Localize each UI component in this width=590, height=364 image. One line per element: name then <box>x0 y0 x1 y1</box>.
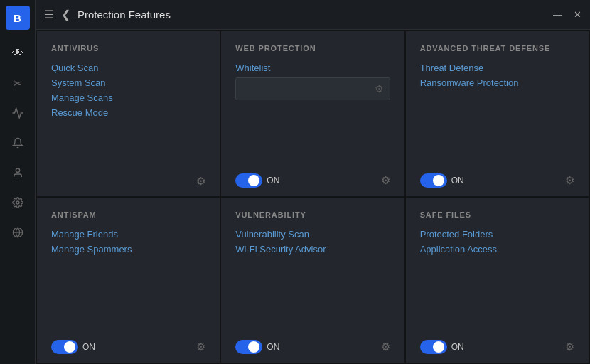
menu-icon[interactable]: ☰ <box>44 8 54 21</box>
antispam-toggle-label: ON <box>82 342 95 352</box>
page-title: Protection Features <box>77 9 553 21</box>
sidebar-icon-globe[interactable] <box>6 220 30 245</box>
titlebar: ☰ ❮ Protection Features — ✕ <box>36 0 590 30</box>
card-antivirus-links: Quick Scan System Scan Manage Scans Resc… <box>51 63 205 161</box>
link-manage-spammers[interactable]: Manage Spammers <box>51 244 205 255</box>
web-protection-toggle-label: ON <box>267 176 279 186</box>
link-manage-friends[interactable]: Manage Friends <box>51 229 205 240</box>
web-protection-toggle-container: ON <box>235 173 279 188</box>
card-vulnerability: VULNERABILITY Vulnerability Scan Wi-Fi S… <box>221 198 404 363</box>
minimize-button[interactable]: — <box>553 9 562 20</box>
safe-files-settings-icon[interactable]: ⚙ <box>565 341 574 353</box>
card-antispam: ANTISPAM Manage Friends Manage Spammers … <box>37 198 220 363</box>
svg-point-1 <box>16 201 19 204</box>
card-advanced-threat: ADVANCED THREAT DEFENSE Threat Defense R… <box>406 31 589 196</box>
svg-point-0 <box>16 168 19 172</box>
sidebar-icon-user[interactable] <box>6 161 30 185</box>
link-whitelist[interactable]: Whitelist <box>235 63 390 73</box>
card-advanced-threat-title: ADVANCED THREAT DEFENSE <box>420 44 574 53</box>
antispam-toggle-container: ON <box>51 340 95 354</box>
sidebar-icon-eye[interactable]: 👁 <box>6 41 30 65</box>
sidebar-icon-tools[interactable]: ✂ <box>6 71 30 95</box>
link-rescue-mode[interactable]: Rescue Mode <box>51 107 205 118</box>
sidebar-logo[interactable]: B <box>6 6 30 30</box>
main-panel: ☰ ❮ Protection Features — ✕ ANTIVIRUS Qu… <box>36 0 590 364</box>
card-web-protection: WEB PROTECTION Whitelist ⚙ ON ⚙ <box>221 31 404 196</box>
close-button[interactable]: ✕ <box>574 9 581 20</box>
antivirus-settings-icon[interactable]: ⚙ <box>196 175 205 188</box>
card-safe-files-links: Protected Folders Application Access <box>420 229 574 326</box>
sidebar-icon-settings[interactable] <box>6 191 30 215</box>
vulnerability-toggle-label: ON <box>267 342 279 352</box>
sidebar-icon-bell[interactable] <box>6 131 30 155</box>
card-web-protection-footer: ON ⚙ <box>235 168 390 188</box>
card-safe-files-title: SAFE FILES <box>420 210 574 219</box>
card-antivirus-footer: ⚙ <box>51 169 205 188</box>
antispam-toggle[interactable] <box>51 340 78 354</box>
web-protection-toggle[interactable] <box>235 173 262 188</box>
whitelist-input-gear-icon: ⚙ <box>375 83 384 95</box>
card-safe-files-footer: ON ⚙ <box>420 334 574 354</box>
advanced-threat-settings-icon[interactable]: ⚙ <box>565 174 574 187</box>
card-web-protection-title: WEB PROTECTION <box>235 44 390 53</box>
sidebar-icon-stats[interactable] <box>6 101 30 125</box>
card-vulnerability-title: VULNERABILITY <box>235 210 390 219</box>
link-vulnerability-scan[interactable]: Vulnerability Scan <box>235 229 390 240</box>
card-advanced-threat-links: Threat Defense Ransomware Protection <box>420 63 574 159</box>
sidebar: B 👁 ✂ <box>0 0 36 364</box>
link-threat-defense[interactable]: Threat Defense <box>420 63 574 73</box>
window-controls: — ✕ <box>553 9 581 20</box>
card-antispam-footer: ON ⚙ <box>51 334 205 354</box>
card-vulnerability-links: Vulnerability Scan Wi-Fi Security Adviso… <box>235 229 390 326</box>
vulnerability-settings-icon[interactable]: ⚙ <box>381 341 390 353</box>
web-protection-settings-icon[interactable]: ⚙ <box>381 174 390 187</box>
card-web-protection-links: Whitelist ⚙ <box>235 63 390 159</box>
card-safe-files: SAFE FILES Protected Folders Application… <box>406 198 589 363</box>
link-application-access[interactable]: Application Access <box>420 244 574 255</box>
back-button[interactable]: ❮ <box>61 8 70 21</box>
card-antivirus-title: ANTIVIRUS <box>51 44 205 53</box>
whitelist-input-field[interactable]: ⚙ <box>235 77 390 100</box>
card-vulnerability-footer: ON ⚙ <box>235 334 390 354</box>
card-antispam-title: ANTISPAM <box>51 210 205 219</box>
features-grid: ANTIVIRUS Quick Scan System Scan Manage … <box>36 30 590 364</box>
link-system-scan[interactable]: System Scan <box>51 77 205 88</box>
safe-files-toggle-container: ON <box>420 340 464 354</box>
link-ransomware-protection[interactable]: Ransomware Protection <box>420 77 574 88</box>
link-wifi-security[interactable]: Wi-Fi Security Advisor <box>235 244 390 255</box>
link-manage-scans[interactable]: Manage Scans <box>51 92 205 103</box>
vulnerability-toggle[interactable] <box>235 340 262 354</box>
link-quick-scan[interactable]: Quick Scan <box>51 63 205 73</box>
antispam-settings-icon[interactable]: ⚙ <box>196 341 205 353</box>
safe-files-toggle-label: ON <box>451 342 464 352</box>
advanced-threat-toggle-label: ON <box>451 176 464 186</box>
vulnerability-toggle-container: ON <box>235 340 279 354</box>
safe-files-toggle[interactable] <box>420 340 447 354</box>
advanced-threat-toggle-container: ON <box>420 173 464 188</box>
advanced-threat-toggle[interactable] <box>420 173 447 188</box>
card-antispam-links: Manage Friends Manage Spammers <box>51 229 205 326</box>
card-antivirus: ANTIVIRUS Quick Scan System Scan Manage … <box>37 31 220 196</box>
card-advanced-threat-footer: ON ⚙ <box>420 168 574 188</box>
link-protected-folders[interactable]: Protected Folders <box>420 229 574 240</box>
